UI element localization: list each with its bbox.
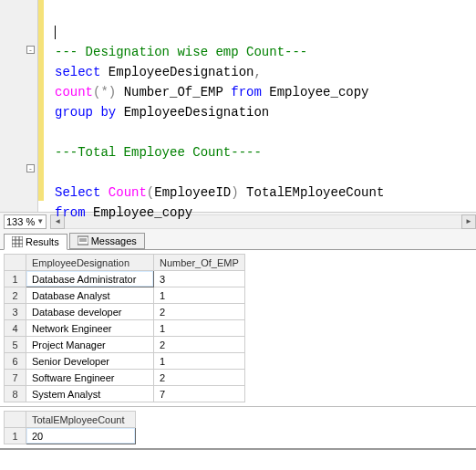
code-content[interactable]: --- Designation wise emp Count--- select… xyxy=(38,0,384,212)
zoom-value: 133 % xyxy=(6,216,35,227)
collapse-toggle-icon[interactable]: - xyxy=(26,164,35,172)
cell[interactable]: Network Engineer xyxy=(26,320,154,337)
scroll-right-button[interactable]: ► xyxy=(461,214,476,229)
code-punct: * xyxy=(100,85,108,99)
code-punct: , xyxy=(254,65,261,79)
code-ident: EmployeeDesignation xyxy=(109,65,254,79)
code-punct: ) xyxy=(231,185,238,200)
cell[interactable]: 7 xyxy=(154,386,245,402)
row-number[interactable]: 1 xyxy=(5,428,26,444)
cell[interactable]: System Analyst xyxy=(26,386,154,402)
cell[interactable]: 2 xyxy=(154,304,245,320)
code-ident: Employee_copy xyxy=(269,85,368,99)
editor-gutter: - - xyxy=(0,0,38,212)
results-tabs: Results Messages xyxy=(0,230,476,250)
code-ident: EmployeeID xyxy=(154,185,231,200)
row-number[interactable]: 6 xyxy=(5,353,26,370)
cell[interactable]: Database Analyst xyxy=(26,287,154,304)
cell[interactable]: 2 xyxy=(154,337,245,353)
column-header[interactable]: EmployeeDesignation xyxy=(26,255,154,271)
messages-icon xyxy=(78,235,88,246)
cell[interactable]: 3 xyxy=(154,271,245,287)
row-number[interactable]: 7 xyxy=(5,370,26,386)
grid-corner[interactable] xyxy=(5,412,26,428)
code-punct: ( xyxy=(147,185,154,200)
tab-messages[interactable]: Messages xyxy=(69,233,145,249)
results-grid-1: EmployeeDesignation Number_Of_EMP 1Datab… xyxy=(0,254,476,406)
svg-rect-0 xyxy=(12,236,23,247)
cell[interactable]: Project Manager xyxy=(26,337,154,353)
results-pane: Results Messages EmployeeDesignation Num… xyxy=(0,230,476,450)
column-header[interactable]: TotalEMployeeCount xyxy=(26,412,136,428)
results-grid-2: TotalEMployeeCount 120 xyxy=(0,406,476,448)
code-ident: Employee_copy xyxy=(93,205,192,220)
code-keyword: from xyxy=(55,205,86,220)
code-keyword: by xyxy=(100,105,116,120)
row-number[interactable]: 2 xyxy=(5,287,26,304)
code-keyword: Select xyxy=(55,185,100,200)
tab-label: Results xyxy=(26,236,59,247)
grid-icon xyxy=(12,236,23,247)
chevron-down-icon: ▼ xyxy=(36,217,44,225)
cell[interactable]: Senior Developer xyxy=(26,353,154,370)
code-comment: ---Total Employee Count---- xyxy=(55,145,262,160)
code-keyword: select xyxy=(55,65,100,79)
sql-editor[interactable]: - - --- Designation wise emp Count--- se… xyxy=(0,0,476,212)
pane-divider[interactable] xyxy=(0,448,476,450)
row-number[interactable]: 4 xyxy=(5,320,26,337)
code-ident: Number_Of_EMP xyxy=(124,85,223,99)
row-number[interactable]: 5 xyxy=(5,337,26,353)
code-keyword: from xyxy=(231,85,262,99)
cell[interactable]: 1 xyxy=(154,320,245,337)
cell[interactable]: 20 xyxy=(26,428,136,444)
column-header[interactable]: Number_Of_EMP xyxy=(154,255,245,271)
cell[interactable]: Database developer xyxy=(26,304,154,320)
code-func: Count xyxy=(109,185,147,200)
code-punct: ) xyxy=(109,85,116,99)
code-keyword: group xyxy=(55,105,93,120)
cell[interactable]: Database Administrator xyxy=(26,271,154,287)
grid-corner[interactable] xyxy=(5,255,26,271)
change-indicator-bar xyxy=(38,0,44,201)
code-func: count xyxy=(55,85,93,99)
row-number[interactable]: 8 xyxy=(5,386,26,402)
cell[interactable]: 1 xyxy=(154,353,245,370)
cell[interactable]: 2 xyxy=(154,370,245,386)
data-grid[interactable]: EmployeeDesignation Number_Of_EMP 1Datab… xyxy=(4,254,245,402)
zoom-level-select[interactable]: 133 % ▼ xyxy=(4,214,47,229)
row-number[interactable]: 3 xyxy=(5,304,26,320)
code-ident: TotalEMployeeCount xyxy=(246,185,384,200)
tab-label: Messages xyxy=(91,235,137,246)
collapse-toggle-icon[interactable]: - xyxy=(26,46,35,54)
cell[interactable]: 1 xyxy=(154,287,245,304)
row-number[interactable]: 1 xyxy=(5,271,26,287)
cell[interactable]: Software Engineer xyxy=(26,370,154,386)
code-ident: EmployeeDesignation xyxy=(124,105,270,120)
tab-results[interactable]: Results xyxy=(4,234,67,250)
code-comment: --- Designation wise emp Count--- xyxy=(55,45,307,59)
data-grid[interactable]: TotalEMployeeCount 120 xyxy=(4,411,136,444)
